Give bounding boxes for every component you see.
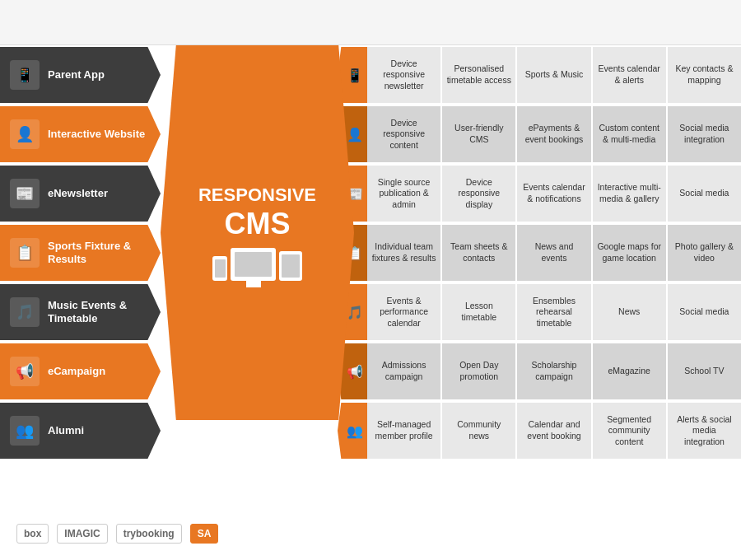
logo-imagic: IMAGIC — [57, 524, 107, 544]
cell-0-4: Key contacts & mapping — [668, 47, 741, 103]
phone-icon — [212, 256, 227, 281]
cell-2-0: Single source publication & admin — [367, 166, 440, 222]
right-row-4-cells: Events & performance calendarLesson time… — [367, 284, 741, 340]
cell-0-2: Sports & Music — [517, 47, 590, 103]
left-item-sports-fixture: 📋 Sports Fixture & Results — [0, 223, 161, 282]
logo-sa: SA — [190, 524, 219, 544]
right-row-0: 📱Device responsive newsletterPersonalise… — [338, 45, 741, 105]
cell-1-4: Social media integration — [668, 106, 741, 162]
ecampaign-icon: 📢 — [10, 357, 40, 386]
interactive-website-icon: 👤 — [10, 119, 40, 149]
right-row-1: 👤Device responsive contentUser-friendly … — [338, 105, 741, 164]
alumni-label: Alumni — [48, 424, 84, 437]
monitor-icon — [231, 248, 276, 281]
cell-2-2: Events calendar & notifications — [517, 166, 590, 222]
enewsletter-icon: 📰 — [10, 179, 40, 208]
music-events-label: Music Events & Timetable — [48, 299, 161, 324]
cell-1-3: Custom content & multi-media — [593, 106, 666, 162]
cell-1-1: User-friendly CMS — [442, 106, 515, 162]
cell-1-2: ePayments & event bookings — [517, 106, 590, 162]
left-panel: 📱 Parent App 👤 Interactive Website 📰 eNe… — [0, 45, 161, 460]
right-row-2: 📰Single source publication & adminDevice… — [338, 164, 741, 223]
cell-6-0: Self-managed member profile — [367, 403, 440, 459]
logo-trybooking: trybooking — [116, 524, 182, 544]
left-item-ecampaign: 📢 eCampaign — [0, 342, 161, 401]
cms-title: RESPONSIVE — [198, 184, 316, 206]
cell-3-1: Team sheets & contacts — [442, 225, 515, 281]
diagram-container: 📱 Parent App 👤 Interactive Website 📰 eNe… — [0, 0, 741, 560]
right-row-5: 📢Admissions campaignOpen Day promotionSc… — [338, 342, 741, 401]
cell-3-4: Photo gallery & video — [668, 225, 741, 281]
cell-6-4: Alerts & social media integration — [668, 403, 741, 459]
cell-4-0: Events & performance calendar — [367, 284, 440, 340]
parent-app-icon: 📱 — [10, 60, 40, 90]
cell-4-3: News — [593, 284, 666, 340]
right-row-6-icon: 👥 — [338, 403, 367, 459]
cell-4-2: Ensembles rehearsal timetable — [517, 284, 590, 340]
interactive-website-label: Interactive Website — [48, 128, 145, 141]
alumni-icon: 👥 — [10, 416, 40, 446]
cell-6-3: Segmented community content — [593, 403, 666, 459]
cell-3-0: Individual team fixtures & results — [367, 225, 440, 281]
left-item-music-events: 🎵 Music Events & Timetable — [0, 282, 161, 342]
header-bar — [0, 0, 741, 45]
right-row-5-cells: Admissions campaignOpen Day promotionSch… — [367, 343, 741, 399]
tablet-icon — [279, 251, 302, 281]
right-row-6-cells: Self-managed member profileCommunity new… — [367, 403, 741, 459]
cms-subtitle: CMS — [225, 207, 291, 241]
bottom-logos: box IMAGIC trybooking SA — [16, 524, 263, 544]
cell-3-2: News and events — [517, 225, 590, 281]
cell-5-2: Scholarship campaign — [517, 343, 590, 399]
music-events-icon: 🎵 — [10, 297, 40, 327]
device-icons — [212, 248, 302, 281]
right-row-6: 👥Self-managed member profileCommunity ne… — [338, 401, 741, 460]
left-item-alumni: 👥 Alumni — [0, 401, 161, 460]
right-row-1-cells: Device responsive contentUser-friendly C… — [367, 106, 741, 162]
cell-0-3: Events calendar & alerts — [593, 47, 666, 103]
cell-2-1: Device responsive display — [442, 166, 515, 222]
cell-4-4: Social media — [668, 284, 741, 340]
right-row-3-cells: Individual team fixtures & resultsTeam s… — [367, 225, 741, 281]
cell-5-3: eMagazine — [593, 343, 666, 399]
cell-6-1: Community news — [442, 403, 515, 459]
logo-box: box — [16, 524, 49, 544]
cell-5-1: Open Day promotion — [442, 343, 515, 399]
cell-1-0: Device responsive content — [367, 106, 440, 162]
cell-5-4: School TV — [668, 343, 741, 399]
cell-0-1: Personalised timetable access — [442, 47, 515, 103]
cell-0-0: Device responsive newsletter — [367, 47, 440, 103]
left-item-parent-app: 📱 Parent App — [0, 45, 161, 105]
cell-5-0: Admissions campaign — [367, 343, 440, 399]
cell-6-2: Calendar and event booking — [517, 403, 590, 459]
right-row-0-cells: Device responsive newsletterPersonalised… — [367, 47, 741, 103]
cell-3-3: Google maps for game location — [593, 225, 666, 281]
center-cms-box: RESPONSIVE CMS — [161, 45, 354, 420]
right-row-2-cells: Single source publication & adminDevice … — [367, 166, 741, 222]
parent-app-label: Parent App — [48, 68, 105, 82]
left-item-interactive-website: 👤 Interactive Website — [0, 105, 161, 164]
sports-fixture-label: Sports Fixture & Results — [48, 240, 161, 265]
ecampaign-label: eCampaign — [48, 365, 105, 378]
right-row-4: 🎵Events & performance calendarLesson tim… — [338, 282, 741, 342]
left-item-enewsletter: 📰 eNewsletter — [0, 164, 161, 223]
cell-2-4: Social media — [668, 166, 741, 222]
cell-4-1: Lesson timetable — [442, 284, 515, 340]
enewsletter-label: eNewsletter — [48, 187, 108, 200]
right-row-3: 📋Individual team fixtures & resultsTeam … — [338, 223, 741, 282]
right-panel: 📱Device responsive newsletterPersonalise… — [338, 45, 741, 460]
sports-fixture-icon: 📋 — [10, 238, 40, 268]
cell-2-3: Interactive multi-media & gallery — [593, 166, 666, 222]
